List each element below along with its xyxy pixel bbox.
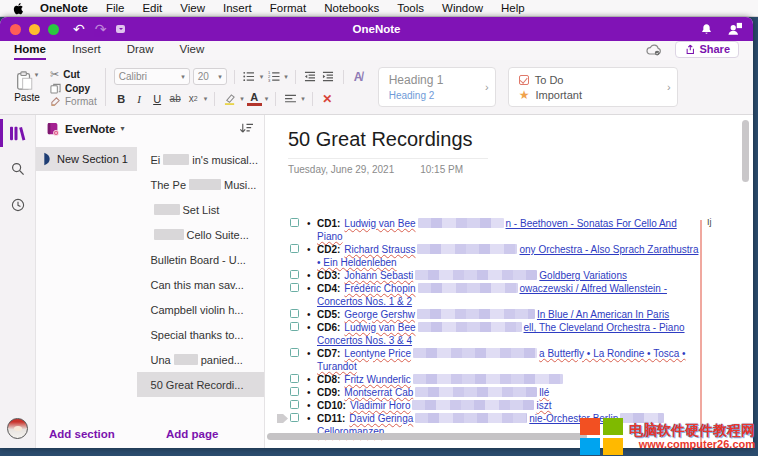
bullet-list-dropdown[interactable]: ▾: [260, 73, 264, 81]
customize-toolbar-icon[interactable]: [116, 25, 125, 33]
todo-checkbox[interactable]: [290, 309, 299, 318]
tag-important[interactable]: ★ Important: [519, 89, 657, 101]
italic-button[interactable]: I: [132, 91, 147, 106]
script-dropdown[interactable]: ▾: [204, 95, 208, 103]
numbered-list-dropdown[interactable]: ▾: [284, 73, 288, 81]
redo-icon[interactable]: ↷: [95, 22, 107, 36]
numbered-list-button[interactable]: 123: [266, 69, 281, 84]
close-window-button[interactable]: [10, 24, 21, 35]
clear-formatting-button[interactable]: A̸: [351, 69, 366, 84]
hyperlink[interactable]: Fritz Wunderlic: [344, 374, 411, 385]
hyperlink[interactable]: George Gershw: [344, 309, 415, 320]
page-item[interactable]: The PeMusi...: [137, 172, 264, 197]
ribbon-tab-home[interactable]: Home: [14, 43, 46, 60]
rail-recent-button[interactable]: [0, 187, 35, 223]
page-canvas[interactable]: 50 Great Recordings Tuesday, June 29, 20…: [265, 115, 753, 448]
hyperlink[interactable]: ony Orchestra - Also Sprach Zarathustra: [519, 244, 698, 255]
delete-button[interactable]: ✕: [320, 91, 335, 106]
hyperlink[interactable]: Concertos Nos. 1 & 2: [317, 296, 412, 307]
menu-item-onenote[interactable]: OneNote: [31, 2, 97, 14]
share-button[interactable]: Share: [675, 41, 739, 58]
tag-styles-card[interactable]: To Do ★ Important ›: [508, 67, 678, 107]
todo-checkbox[interactable]: [290, 244, 299, 253]
ribbon-tab-draw[interactable]: Draw: [127, 43, 154, 60]
todo-checkbox[interactable]: [290, 218, 299, 227]
hyperlink[interactable]: Turandot: [317, 361, 357, 372]
cut-button[interactable]: ✂ Cut: [50, 68, 80, 81]
notifications-bell-icon[interactable]: [700, 23, 713, 36]
hyperlink[interactable]: Richard Strauss: [344, 244, 415, 255]
menu-item-format[interactable]: Format: [261, 2, 315, 14]
hyperlink[interactable]: Piano: [317, 231, 343, 242]
hyperlink[interactable]: owaczewski / Alfred Wallenstein -: [520, 283, 667, 294]
hyperlink[interactable]: Frédéric Chopin: [344, 283, 415, 294]
menu-item-file[interactable]: File: [97, 2, 134, 14]
account-avatar-icon[interactable]: [727, 22, 743, 36]
hyperlink[interactable]: Leontyne Price: [344, 348, 411, 359]
menu-item-view[interactable]: View: [171, 2, 214, 14]
paragraph-handle[interactable]: [277, 414, 288, 423]
rail-search-button[interactable]: [0, 151, 35, 187]
heading-styles-card[interactable]: Heading 1 Heading 2 ›: [378, 67, 496, 107]
undo-icon[interactable]: ↶: [73, 22, 85, 36]
zoom-window-button[interactable]: [48, 24, 59, 35]
ribbon-tab-insert[interactable]: Insert: [72, 43, 101, 60]
style-heading2[interactable]: Heading 2: [389, 90, 475, 101]
style-heading1[interactable]: Heading 1: [389, 73, 475, 87]
hyperlink[interactable]: Vladimir Horo: [350, 400, 411, 411]
hyperlink[interactable]: llé: [539, 387, 549, 398]
underline-button[interactable]: U: [150, 91, 165, 106]
todo-checkbox[interactable]: [290, 374, 299, 383]
todo-checkbox[interactable]: [290, 387, 299, 396]
decrease-indent-button[interactable]: [303, 69, 318, 84]
hyperlink[interactable]: Concertos Nos. 3 & 4: [317, 335, 412, 346]
hyperlink[interactable]: Ludwig van Bee: [344, 218, 415, 229]
page-item[interactable]: Special thanks to...: [137, 322, 264, 347]
highlight-dropdown[interactable]: ▾: [240, 95, 244, 103]
ribbon-tab-view[interactable]: View: [180, 43, 205, 60]
vertical-scrollbar[interactable]: [742, 120, 749, 182]
page-item[interactable]: Campbell violin h...: [137, 297, 264, 322]
menu-item-tools[interactable]: Tools: [388, 2, 433, 14]
tag-todo[interactable]: To Do: [519, 74, 657, 86]
font-color-button[interactable]: A: [247, 91, 262, 106]
todo-checkbox[interactable]: [290, 283, 299, 292]
highlight-button[interactable]: [222, 91, 237, 106]
apple-menu-icon[interactable]: [12, 2, 25, 15]
todo-checkbox[interactable]: [290, 348, 299, 357]
hyperlink[interactable]: ell, The Cleveland Orchestra - Piano: [524, 322, 685, 333]
paste-button[interactable]: ▾ Paste: [6, 71, 48, 103]
menu-item-edit[interactable]: Edit: [133, 2, 171, 14]
hyperlink[interactable]: n - Beethoven - Sonatas For Cello And: [506, 218, 677, 229]
hyperlink[interactable]: David Geringa: [349, 413, 413, 424]
format-painter-button[interactable]: Format: [50, 96, 97, 107]
section-item-new-section-1[interactable]: New Section 1: [36, 147, 137, 171]
hyperlink[interactable]: Johann Sebasti: [344, 270, 413, 281]
notebook-name[interactable]: EverNote: [65, 123, 116, 135]
user-avatar[interactable]: [7, 418, 28, 439]
paragraph-alignment-button[interactable]: [283, 91, 298, 106]
bullet-list-button[interactable]: [242, 69, 257, 84]
page-title[interactable]: 50 Great Recordings: [288, 128, 488, 159]
increase-indent-button[interactable]: [321, 69, 336, 84]
hyperlink[interactable]: Goldberg Variations: [539, 270, 627, 281]
tags-expand-chevron[interactable]: ›: [667, 81, 671, 93]
font-size-select[interactable]: 20 ▾: [193, 68, 227, 85]
page-item[interactable]: Unapanied...: [137, 347, 264, 372]
menu-item-insert[interactable]: Insert: [214, 2, 261, 14]
hyperlink[interactable]: In Blue / An American In Paris: [537, 309, 669, 320]
notebook-dropdown-chevron[interactable]: ▾: [121, 124, 125, 133]
hyperlink[interactable]: Montserrat Cab: [344, 387, 413, 398]
hyperlink[interactable]: • Ein Heldenleben: [317, 257, 397, 268]
minimize-window-button[interactable]: [29, 24, 40, 35]
subscript-button[interactable]: x2: [186, 91, 201, 106]
hyperlink[interactable]: a Butterfly • La Rondine • Tosca •: [539, 348, 686, 359]
page-item[interactable]: 50 Great Recordi...: [137, 372, 264, 397]
font-name-select[interactable]: Calibri ▾: [114, 68, 190, 85]
hyperlink[interactable]: iszt: [536, 400, 551, 411]
page-item[interactable]: Bulletin Board - U...: [137, 247, 264, 272]
menu-item-help[interactable]: Help: [492, 2, 534, 14]
menu-item-notebooks[interactable]: Notebooks: [315, 2, 388, 14]
add-page-button[interactable]: Add page: [152, 428, 218, 440]
strikethrough-button[interactable]: ab: [168, 91, 183, 106]
